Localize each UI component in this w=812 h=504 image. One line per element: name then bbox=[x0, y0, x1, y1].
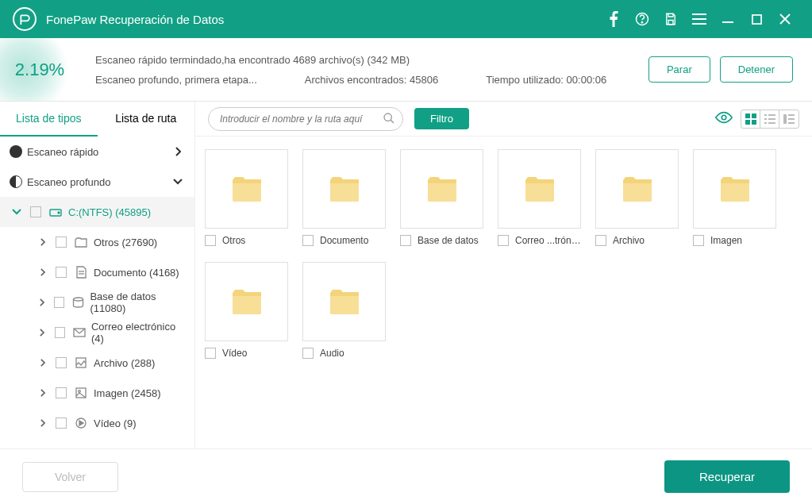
tree-child[interactable]: Otros (27690) bbox=[0, 227, 194, 257]
search-input[interactable] bbox=[208, 107, 403, 131]
preview-toggle-icon[interactable] bbox=[715, 111, 733, 127]
svg-line-20 bbox=[391, 120, 394, 123]
folder-name: Audio bbox=[320, 348, 344, 359]
folder-thumbnail[interactable] bbox=[498, 149, 581, 229]
folder-name: Documento bbox=[320, 235, 368, 246]
svg-rect-27 bbox=[768, 114, 775, 116]
checkbox[interactable] bbox=[55, 327, 65, 338]
save-icon[interactable] bbox=[656, 5, 685, 33]
menu-icon[interactable] bbox=[685, 5, 714, 33]
search-input-wrapper bbox=[208, 107, 403, 131]
chevron-right-icon bbox=[35, 329, 48, 337]
checkbox[interactable] bbox=[56, 417, 67, 429]
checkbox[interactable] bbox=[56, 387, 67, 398]
tree-child-label: Archivo (288) bbox=[94, 357, 155, 369]
category-icon bbox=[71, 328, 87, 337]
svg-rect-22 bbox=[745, 113, 750, 118]
chevron-right-icon bbox=[35, 238, 49, 246]
chevron-right-icon bbox=[35, 268, 49, 276]
filter-button[interactable]: Filtro bbox=[414, 108, 469, 129]
folder-thumbnail[interactable] bbox=[205, 149, 288, 229]
folder-item: Correo ...trónico bbox=[498, 149, 581, 246]
status-time-used: Tiempo utilizado: 00:00:06 bbox=[486, 74, 606, 86]
back-button[interactable]: Volver bbox=[22, 462, 118, 492]
svg-rect-6 bbox=[752, 14, 760, 23]
checkbox[interactable] bbox=[56, 357, 67, 368]
tree-drive-c[interactable]: C:(NTFS) (45895) bbox=[0, 197, 194, 227]
svg-rect-33 bbox=[788, 114, 795, 116]
maximize-icon[interactable] bbox=[742, 5, 771, 33]
help-icon[interactable] bbox=[628, 5, 656, 33]
category-icon bbox=[73, 237, 89, 248]
category-icon bbox=[73, 387, 89, 398]
status-files-found: Archivos encontrados: 45806 bbox=[305, 74, 438, 86]
folder-name: Imagen bbox=[710, 235, 742, 246]
tree-child-label: Base de datos (11080) bbox=[90, 290, 185, 314]
tree-child-label: Correo electrónico (4) bbox=[91, 321, 185, 344]
footer: Volver Recuperar bbox=[0, 448, 812, 504]
checkbox[interactable] bbox=[595, 235, 606, 246]
checkbox[interactable] bbox=[400, 235, 411, 246]
toolbar: Filtro bbox=[195, 102, 812, 137]
tree-child-label: Vídeo (9) bbox=[94, 417, 136, 429]
tree-child[interactable]: Correo electrónico (4) bbox=[0, 317, 194, 348]
checkbox[interactable] bbox=[302, 348, 314, 359]
drive-icon bbox=[48, 207, 63, 217]
view-grid-button[interactable] bbox=[741, 110, 760, 128]
svg-rect-24 bbox=[745, 120, 750, 125]
stop-button[interactable]: Parar bbox=[648, 56, 710, 83]
pause-button[interactable]: Detener bbox=[720, 56, 793, 83]
tab-types[interactable]: Lista de tipos bbox=[0, 102, 98, 137]
folder-thumbnail[interactable] bbox=[302, 149, 386, 229]
category-icon bbox=[73, 357, 89, 368]
close-icon[interactable] bbox=[771, 5, 799, 33]
folder-thumbnail[interactable] bbox=[595, 149, 679, 229]
svg-rect-32 bbox=[783, 114, 787, 124]
tree-child[interactable]: Base de datos (11080) bbox=[0, 287, 194, 317]
folder-name: Base de datos bbox=[418, 235, 479, 246]
minimize-icon[interactable] bbox=[714, 5, 742, 33]
app-logo-icon bbox=[13, 7, 37, 31]
svg-rect-31 bbox=[768, 122, 775, 124]
facebook-icon[interactable] bbox=[599, 5, 628, 33]
category-icon bbox=[73, 417, 89, 429]
tree-child[interactable]: Documento (4168) bbox=[0, 257, 194, 287]
svg-rect-30 bbox=[764, 122, 767, 124]
checkbox[interactable] bbox=[302, 235, 314, 246]
svg-point-13 bbox=[73, 298, 83, 301]
svg-point-1 bbox=[641, 22, 642, 23]
svg-rect-29 bbox=[768, 118, 775, 120]
tree-quick-scan[interactable]: Escaneo rápido bbox=[0, 137, 194, 167]
folder-thumbnail[interactable] bbox=[693, 149, 776, 229]
checkbox[interactable] bbox=[30, 206, 41, 217]
chevron-right-icon bbox=[35, 419, 49, 427]
folder-name: Otros bbox=[222, 235, 245, 246]
chevron-down-icon bbox=[171, 179, 185, 185]
folder-item: Audio bbox=[302, 262, 386, 359]
chevron-right-icon bbox=[35, 359, 49, 367]
tab-path[interactable]: Lista de ruta bbox=[98, 102, 195, 137]
folder-item: Otros bbox=[205, 149, 288, 246]
folder-thumbnail[interactable] bbox=[302, 262, 386, 341]
sidebar: Lista de tipos Lista de ruta Escaneo ráp… bbox=[0, 102, 195, 448]
tree-child[interactable]: Imagen (2458) bbox=[0, 378, 194, 408]
svg-rect-23 bbox=[752, 113, 756, 118]
folder-thumbnail[interactable] bbox=[205, 262, 288, 341]
checkbox[interactable] bbox=[56, 237, 67, 248]
view-list-button[interactable] bbox=[760, 110, 779, 128]
checkbox[interactable] bbox=[693, 235, 704, 246]
tree-deep-scan[interactable]: Escaneo profundo bbox=[0, 167, 194, 197]
tree-child[interactable]: Vídeo (9) bbox=[0, 408, 194, 438]
recover-button[interactable]: Recuperar bbox=[664, 460, 790, 493]
checkbox[interactable] bbox=[498, 235, 509, 246]
checkbox[interactable] bbox=[54, 297, 64, 308]
checkbox[interactable] bbox=[205, 235, 216, 246]
view-mode-group bbox=[741, 110, 799, 129]
svg-point-21 bbox=[722, 115, 726, 120]
folder-thumbnail[interactable] bbox=[400, 149, 483, 229]
checkbox[interactable] bbox=[56, 267, 67, 278]
chevron-down-icon bbox=[10, 209, 24, 215]
tree-child[interactable]: Archivo (288) bbox=[0, 348, 194, 378]
view-detail-button[interactable] bbox=[779, 110, 799, 128]
checkbox[interactable] bbox=[205, 348, 216, 359]
